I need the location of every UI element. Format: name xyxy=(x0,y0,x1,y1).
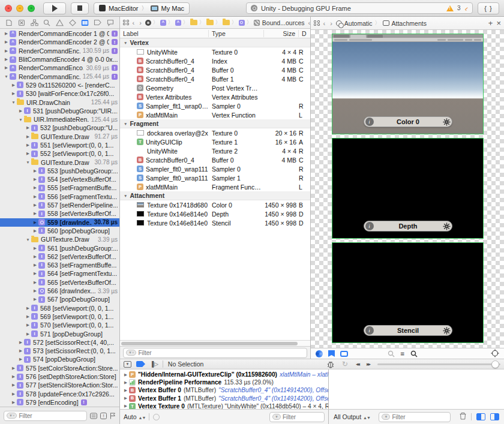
variables-filter-field[interactable]: ▼ xyxy=(269,412,325,422)
nav-row[interactable]: ▶I576 [setDepthStoreAction:Store] xyxy=(0,372,119,381)
navigator-tab-tests-icon[interactable] xyxy=(68,18,77,28)
resource-row[interactable]: UnityWhiteTexture 04 × 4R xyxy=(120,47,310,56)
resource-row[interactable]: SSampler_flt1_wrap000Sampler 0R xyxy=(120,101,310,110)
disclosure-triangle-icon[interactable]: ▶ xyxy=(32,177,38,182)
nav-row[interactable]: ▶^RenderCommandEnco...30.69 µs! xyxy=(0,64,119,72)
disclosure-triangle-icon[interactable]: ▼ xyxy=(3,74,10,79)
quicklook-icon[interactable] xyxy=(153,414,160,420)
resource-row[interactable]: BScratchBuffer0_4Buffer 14 MBC xyxy=(120,74,310,83)
editor-filter-input[interactable] xyxy=(138,350,304,356)
disclosure-triangle-icon[interactable]: ▶ xyxy=(25,143,31,148)
nav-row[interactable]: ▶I571 [popDebugGroup] xyxy=(0,329,119,338)
nav-row[interactable]: ▶I564 [setFragmentTextu... xyxy=(0,269,119,278)
disclosure-triangle-icon[interactable]: ▶ xyxy=(122,388,129,393)
nav-row[interactable]: ▶I563 [setFragmentBuffe... xyxy=(0,261,119,269)
nav-row[interactable]: ▶I530 [waitForFence:0x17c26f0... xyxy=(0,89,119,98)
add-assistant-button[interactable]: + xyxy=(488,19,493,28)
disclosure-triangle-icon[interactable]: ▼ xyxy=(25,160,31,164)
disclosure-triangle-icon[interactable]: ▶ xyxy=(32,297,38,302)
minimize-window-button[interactable]: − xyxy=(16,5,23,12)
disclosure-triangle-icon[interactable]: ▶ xyxy=(25,314,31,319)
resources-icon[interactable] xyxy=(254,20,260,26)
disclosure-triangle-icon[interactable]: ▼ xyxy=(25,237,31,242)
resource-row[interactable]: SSampler_flt0_wrap111Sampler 0R xyxy=(120,164,310,173)
rewind-icon[interactable]: ◂◂ xyxy=(356,361,359,367)
attachment-preview-stencil[interactable]: iStencil xyxy=(332,242,484,343)
disclosure-triangle-icon[interactable]: ▶ xyxy=(3,40,10,44)
nav-row[interactable]: ▶I569 [setViewport:(0, 0, 1... xyxy=(0,312,119,321)
breadcrumb-label[interactable]: Bound...ources xyxy=(262,19,305,26)
disclosure-triangle-icon[interactable]: ▶ xyxy=(10,400,17,405)
disclosure-triangle-icon[interactable]: ▶ xyxy=(3,49,10,53)
resource-row[interactable]: BVertex AttributesVertex Attributes xyxy=(120,92,310,101)
selection-tool-icon[interactable] xyxy=(340,351,348,357)
show-console-toggle[interactable] xyxy=(490,413,499,420)
disclosure-triangle-icon[interactable]: ▶ xyxy=(25,134,31,139)
column-size[interactable]: Size xyxy=(264,30,299,37)
variables-scope-selector[interactable]: Auto ▲▼ xyxy=(124,413,145,420)
section-header[interactable]: ▼Fragment xyxy=(120,119,310,128)
disclosure-triangle-icon[interactable]: ▶ xyxy=(25,323,31,327)
disclosure-triangle-icon[interactable]: ▼ xyxy=(124,41,127,45)
nav-row[interactable]: ▶I570 [setViewport:(0, 0, 1... xyxy=(0,321,119,329)
navigator-tab-project-icon[interactable] xyxy=(4,18,14,28)
nav-row[interactable]: ▶^BlitCommandEncoder 4 @ 0-0 0x... xyxy=(0,55,119,64)
resource-row[interactable]: PxlatMtlMainFragment FunctionL xyxy=(120,182,310,191)
step-over-icon[interactable]: ▐ ▷ xyxy=(150,361,158,367)
nav-row[interactable]: ▶GUITexture.Draw91.27 µs xyxy=(0,133,119,141)
nav-row[interactable]: ▼GUITexture.Draw30.78 µs xyxy=(0,158,119,166)
disclosure-triangle-icon[interactable]: ▼ xyxy=(17,118,24,122)
navigator-tab-issues-icon[interactable] xyxy=(55,18,65,28)
gear-icon[interactable] xyxy=(443,118,451,126)
disclosure-triangle-icon[interactable]: ▶ xyxy=(32,280,38,285)
nav-row[interactable]: ▶I575 [setColorStoreAction:Store... xyxy=(0,364,119,372)
nav-row[interactable]: ▶I561 [pushDebugGroup:... xyxy=(0,243,119,252)
nav-row[interactable]: ▼UIR.DrawChain125.44 µs xyxy=(0,98,119,106)
nav-row[interactable]: ▶I572 [setScissorRect:(4, 40,... xyxy=(0,338,119,347)
resource-row[interactable]: GeometryPost Vertex Trans... xyxy=(120,83,310,92)
disclosure-triangle-icon[interactable]: ▶ xyxy=(32,254,38,259)
resource-row[interactable]: Texture 0x146e814e0Stencil1450 × 998D xyxy=(120,218,310,227)
warning-icon[interactable] xyxy=(446,5,454,11)
nav-row[interactable]: ▼UIR.ImmediateRen...125.44 µs xyxy=(0,115,119,124)
resource-row[interactable]: Texture 0x146e814e0Depth1450 × 998D xyxy=(120,209,310,218)
nav-row[interactable]: ▶I567 [popDebugGroup] xyxy=(0,295,119,303)
nav-row[interactable]: ▶^RenderCommandEnc...130.59 µs! xyxy=(0,47,119,55)
resource-row[interactable]: BScratchBuffer0_4Buffer 04 MBC xyxy=(120,65,310,74)
disclosure-triangle-icon[interactable]: ▶ xyxy=(122,404,129,408)
nav-row[interactable]: ▶I552 [setViewport:(0, 0, 1... xyxy=(0,149,119,158)
console-filter-input[interactable] xyxy=(392,414,448,420)
disclosure-triangle-icon[interactable]: ▶ xyxy=(32,228,38,233)
editor-filter-field[interactable]: ▼˅ xyxy=(123,348,307,358)
disclosure-triangle-icon[interactable]: ▶ xyxy=(32,220,38,225)
variable-row[interactable]: ▶BVertex Buffer 1(MTLBuffer)"ScratchBuff… xyxy=(120,395,328,402)
disclosure-triangle-icon[interactable]: ▶ xyxy=(32,271,38,276)
disclosure-triangle-icon[interactable]: ▶ xyxy=(17,109,24,113)
code-snippets-button[interactable]: { } xyxy=(478,2,499,14)
nav-row[interactable]: ▶I531 [pushDebugGroup:"UIR.... xyxy=(0,107,119,115)
navigator-tab-debug-icon[interactable] xyxy=(80,18,90,28)
view-mode-icon[interactable]: ▼ xyxy=(124,361,131,368)
navigator-tab-reports-icon[interactable] xyxy=(106,18,115,28)
resource-row[interactable]: dockarea overlay@2xTexture 020 × 16R xyxy=(120,128,310,137)
disclosure-triangle-icon[interactable]: ▶ xyxy=(10,91,17,96)
folder-icon[interactable] xyxy=(190,20,197,25)
disclosure-triangle-icon[interactable]: ▶ xyxy=(3,65,10,70)
disclosure-triangle-icon[interactable]: ▶ xyxy=(32,288,38,293)
nav-row[interactable]: ▶I577 [setStencilStoreAction:Stor... xyxy=(0,381,119,389)
resource-row[interactable]: UnityWhiteTexture 24 × 4R xyxy=(120,146,310,155)
debug-bug-icon[interactable] xyxy=(327,360,334,368)
resource-row[interactable]: PxlatMtlMainVertex FunctionL xyxy=(120,110,310,119)
flagged-toggle-icon[interactable] xyxy=(110,413,116,419)
resource-row[interactable]: TUnityGUIClipTexture 116 × 16A xyxy=(120,137,310,146)
console-output-selector[interactable]: All Output ▲▼ xyxy=(334,413,370,420)
run-button[interactable] xyxy=(43,2,66,14)
variable-row[interactable]: ▶BVertex Buffer 0(MTLBuffer)"ScratchBuff… xyxy=(120,386,328,394)
nav-row[interactable]: ▶I574 [popDebugGroup] xyxy=(0,355,119,363)
refresh-icon[interactable]: ↻ xyxy=(342,360,348,368)
info-icon[interactable]: i xyxy=(365,118,374,126)
zoom-out-icon[interactable] xyxy=(388,350,395,357)
nav-row[interactable]: ▶I573 [setScissorRect:(0, 0, 1... xyxy=(0,347,119,355)
nav-row[interactable]: ▶^RenderCommandEncoder 1 @ 0...! xyxy=(0,29,119,38)
variables-filter-input[interactable] xyxy=(283,414,322,420)
